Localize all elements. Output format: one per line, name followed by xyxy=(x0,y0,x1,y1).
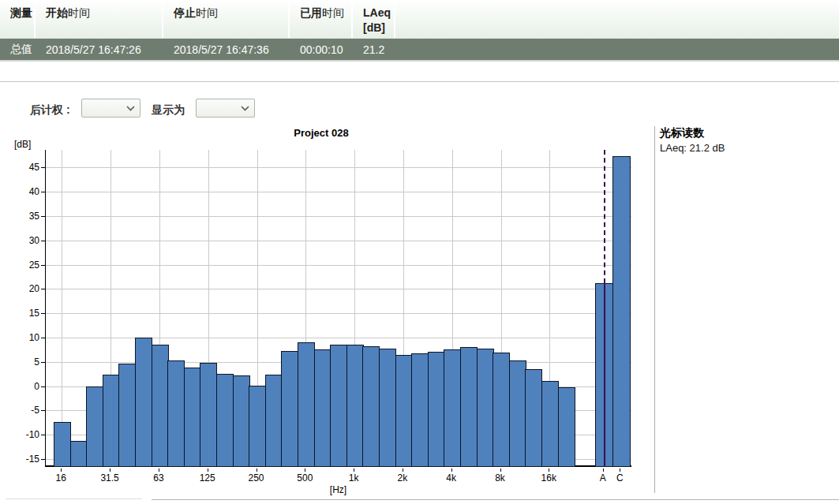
x-tick-mark xyxy=(257,469,257,472)
x-tick-label: 250 xyxy=(239,472,274,483)
x-tick-mark xyxy=(500,469,501,472)
bar-2.5k[interactable] xyxy=(411,353,429,467)
bar-50[interactable] xyxy=(135,338,152,467)
bar-20k[interactable] xyxy=(558,387,575,467)
x-tick-label: 31.5 xyxy=(92,472,127,483)
bottom-divider xyxy=(152,499,839,500)
y-tick-label: 35 xyxy=(5,211,39,222)
col-header-elapsed-time: 已用时间 xyxy=(290,0,353,38)
x-tick-label: 2k xyxy=(385,472,420,483)
bar-1k[interactable] xyxy=(346,345,364,467)
plot-area xyxy=(45,150,631,467)
table-row[interactable]: 总值 2018/5/27 16:47:26 2018/5/27 16:47:36… xyxy=(0,39,839,62)
bar-63[interactable] xyxy=(152,345,169,467)
bar-20[interactable] xyxy=(70,441,88,467)
y-tick-mark xyxy=(41,410,45,411)
cursor-readout-panel: 光标读数 LAeq: 21.2 dB xyxy=(660,126,833,154)
bar-200[interactable] xyxy=(233,375,250,467)
x-tick-label: 8k xyxy=(483,472,518,483)
chevron-down-icon xyxy=(126,106,135,111)
bar-40[interactable] xyxy=(118,364,136,467)
bar-10k[interactable] xyxy=(509,360,526,467)
bar-630[interactable] xyxy=(314,349,331,467)
x-tick-mark xyxy=(61,469,62,472)
display-as-select[interactable] xyxy=(196,99,255,118)
bar-6.3k[interactable] xyxy=(477,349,494,467)
v-gridline xyxy=(62,150,62,465)
x-tick-label: 500 xyxy=(287,472,322,483)
bar-1.6k[interactable] xyxy=(379,349,396,467)
cursor-panel-title: 光标读数 xyxy=(660,126,833,140)
x-tick-label: 4k xyxy=(434,472,469,483)
y-tick-mark xyxy=(41,338,45,338)
col-header-filler xyxy=(395,0,839,38)
h-gridline xyxy=(46,241,631,241)
y-tick-mark xyxy=(41,435,45,435)
cell-measurement: 总值 xyxy=(0,43,36,57)
x-tick-mark xyxy=(208,469,208,472)
x-tick-label: 125 xyxy=(190,472,225,483)
bar-3.15k[interactable] xyxy=(428,352,445,467)
x-tick-mark xyxy=(305,469,305,472)
col-header-laeq: LAeq[dB] xyxy=(353,0,395,38)
bar-12.5k[interactable] xyxy=(525,369,542,467)
col-header-stop-time: 停止时间 xyxy=(163,0,290,38)
y-tick-label: 40 xyxy=(5,186,39,197)
y-tick-label: -10 xyxy=(5,429,39,440)
col-header-start-time: 开始时间 xyxy=(36,0,163,38)
bar-500[interactable] xyxy=(298,342,315,467)
cell-start-time: 2018/5/27 16:47:26 xyxy=(36,43,163,56)
post-weighting-select[interactable] xyxy=(81,99,140,118)
bar-80[interactable] xyxy=(167,360,185,467)
y-tick-label: 45 xyxy=(5,162,39,173)
y-tick-label: 30 xyxy=(5,235,39,246)
bar-8k[interactable] xyxy=(493,353,510,467)
bar-160[interactable] xyxy=(216,374,234,467)
x-tick-mark xyxy=(549,469,549,472)
x-tick-mark xyxy=(110,469,110,472)
x-tick-mark xyxy=(403,469,403,472)
bar-100[interactable] xyxy=(184,368,201,467)
display-as-label: 显示为 xyxy=(152,103,185,118)
panel-separator xyxy=(654,126,655,493)
y-tick-label: 10 xyxy=(5,332,39,343)
y-tick-mark xyxy=(41,386,45,387)
bar-4k[interactable] xyxy=(444,349,461,467)
bar-16k[interactable] xyxy=(541,381,559,467)
cell-elapsed-time: 00:00:10 xyxy=(290,43,353,56)
chevron-down-icon xyxy=(241,106,249,111)
bar-315[interactable] xyxy=(265,375,283,467)
bar-16[interactable] xyxy=(54,422,71,467)
y-tick-mark xyxy=(41,192,45,192)
y-tick-mark xyxy=(41,313,45,314)
x-tick-label: 1k xyxy=(336,472,371,483)
bar-C[interactable] xyxy=(612,156,631,467)
cursor-line[interactable] xyxy=(604,150,605,283)
bar-400[interactable] xyxy=(281,351,298,467)
x-tick-label: 16k xyxy=(531,472,566,483)
y-tick-label: 5 xyxy=(5,357,39,368)
y-tick-mark xyxy=(41,167,45,168)
bottom-divider-left xyxy=(6,498,142,499)
bar-2k[interactable] xyxy=(395,355,413,467)
bar-1.25k[interactable] xyxy=(362,346,380,467)
h-gridline xyxy=(46,289,631,289)
x-tick-mark xyxy=(354,469,354,472)
y-tick-mark xyxy=(41,216,45,217)
bar-800[interactable] xyxy=(330,345,347,467)
measurement-table: 测量 开始时间 停止时间 已用时间 LAeq[dB] 总值 2018/5/27 … xyxy=(0,0,839,62)
h-gridline xyxy=(46,338,631,338)
bar-5k[interactable] xyxy=(460,347,478,467)
col-header-measurement: 测量 xyxy=(0,0,36,38)
h-gridline xyxy=(46,192,631,192)
cursor-reading: LAeq: 21.2 dB xyxy=(660,142,833,154)
y-tick-mark xyxy=(41,362,45,363)
bar-125[interactable] xyxy=(200,363,217,467)
table-header-row: 测量 开始时间 停止时间 已用时间 LAeq[dB] xyxy=(0,0,839,39)
y-tick-mark xyxy=(41,265,45,266)
bar-25[interactable] xyxy=(86,386,103,467)
cursor-line-inner xyxy=(604,283,605,467)
bar-31.5[interactable] xyxy=(103,375,120,467)
y-tick-label: -5 xyxy=(5,405,39,416)
bar-250[interactable] xyxy=(249,386,266,467)
